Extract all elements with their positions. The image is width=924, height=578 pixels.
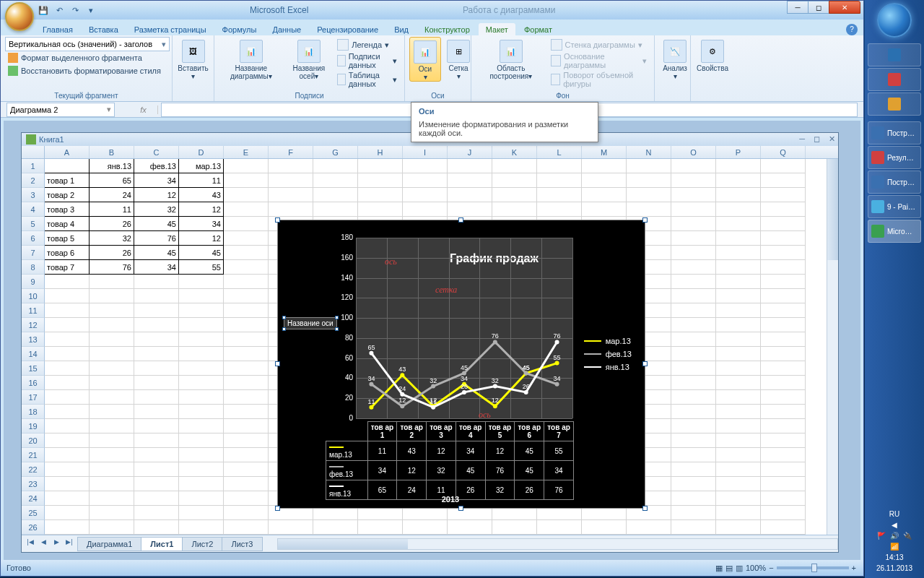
- cell[interactable]: [716, 491, 761, 506]
- cell[interactable]: [224, 246, 269, 260]
- tab-design[interactable]: Конструктор: [417, 23, 477, 35]
- cell[interactable]: [537, 173, 582, 188]
- analysis-button[interactable]: 📉Анализ▾: [659, 37, 691, 80]
- cell[interactable]: [90, 390, 134, 405]
- cell[interactable]: [582, 159, 627, 173]
- cell[interactable]: [313, 202, 358, 217]
- row-header[interactable]: 10: [22, 289, 45, 303]
- cell[interactable]: [224, 289, 269, 303]
- cell[interactable]: 26: [90, 246, 134, 260]
- cell[interactable]: [134, 332, 179, 347]
- tray-expand-icon[interactable]: ◀: [892, 521, 897, 529]
- cell[interactable]: [671, 477, 716, 491]
- tab-data[interactable]: Данные: [265, 23, 308, 35]
- axis-title-placeholder[interactable]: Название оси: [284, 317, 337, 329]
- zoom-control[interactable]: ▦ ▤ ▥ 100% − +: [715, 564, 856, 573]
- column-header[interactable]: A: [45, 146, 90, 158]
- cell[interactable]: [45, 462, 90, 477]
- cell[interactable]: товар 5: [45, 231, 90, 246]
- cell[interactable]: [761, 332, 806, 347]
- cell[interactable]: [761, 448, 806, 462]
- cell[interactable]: [761, 462, 806, 477]
- cell[interactable]: [761, 506, 806, 520]
- cell[interactable]: [224, 506, 269, 520]
- clock-time[interactable]: 14:13: [885, 553, 903, 561]
- cell[interactable]: [761, 231, 806, 246]
- last-sheet-button[interactable]: ▶|: [64, 538, 75, 550]
- cell[interactable]: 12: [179, 231, 224, 246]
- cell[interactable]: [179, 347, 224, 361]
- maximize-button[interactable]: ◻: [808, 1, 829, 14]
- cell[interactable]: [671, 303, 716, 318]
- cell[interactable]: 11: [179, 173, 224, 188]
- cell[interactable]: [134, 275, 179, 289]
- cell[interactable]: [671, 347, 716, 361]
- cell[interactable]: [90, 491, 134, 506]
- cell[interactable]: [627, 202, 671, 217]
- cell[interactable]: 55: [179, 260, 224, 275]
- cell[interactable]: [716, 332, 761, 347]
- gridlines-button[interactable]: ⊞Сетка▾: [443, 37, 474, 80]
- rotation-button[interactable]: Поворот объемной фигуры: [548, 70, 650, 89]
- resize-handle[interactable]: [275, 506, 280, 511]
- horizontal-scrollbar[interactable]: [277, 538, 839, 550]
- row-header[interactable]: 26: [22, 520, 45, 535]
- sheet-tab[interactable]: Лист1: [141, 537, 183, 551]
- row-header[interactable]: 4: [22, 202, 45, 217]
- cell[interactable]: [403, 520, 448, 535]
- row-header[interactable]: 11: [22, 303, 45, 318]
- cell[interactable]: [269, 202, 313, 217]
- cell[interactable]: [627, 188, 671, 202]
- tab-formulas[interactable]: Формулы: [215, 23, 264, 35]
- cell[interactable]: 32: [90, 231, 134, 246]
- cell[interactable]: [179, 361, 224, 376]
- row-header[interactable]: 17: [22, 390, 45, 405]
- wb-restore[interactable]: ◻: [814, 134, 820, 144]
- cell[interactable]: [358, 188, 403, 202]
- cell[interactable]: [716, 477, 761, 491]
- reset-style-button[interactable]: Восстановить форматирование стиля: [5, 64, 170, 77]
- cell[interactable]: [179, 462, 224, 477]
- cell[interactable]: [224, 390, 269, 405]
- cell[interactable]: [90, 332, 134, 347]
- cell[interactable]: [403, 173, 448, 188]
- help-button[interactable]: ?: [846, 24, 858, 35]
- cell[interactable]: [90, 361, 134, 376]
- cell[interactable]: [179, 332, 224, 347]
- cell[interactable]: [716, 318, 761, 332]
- plot-area-button[interactable]: 📊Область построения▾: [476, 37, 546, 80]
- zoom-in-button[interactable]: +: [852, 564, 856, 572]
- cell[interactable]: [224, 491, 269, 506]
- tab-page-layout[interactable]: Разметка страницы: [127, 23, 214, 35]
- cell[interactable]: [45, 506, 90, 520]
- cell[interactable]: [224, 520, 269, 535]
- taskbar-item[interactable]: Постр…: [868, 171, 921, 194]
- cell[interactable]: [761, 318, 806, 332]
- cell[interactable]: [537, 520, 582, 535]
- cell[interactable]: [313, 520, 358, 535]
- cell[interactable]: [627, 173, 671, 188]
- cell[interactable]: [448, 202, 492, 217]
- cell[interactable]: 76: [134, 231, 179, 246]
- cell[interactable]: [716, 217, 761, 231]
- cell[interactable]: [134, 477, 179, 491]
- cell[interactable]: [90, 289, 134, 303]
- cell[interactable]: [492, 520, 537, 535]
- cell[interactable]: 12: [134, 188, 179, 202]
- cell[interactable]: [627, 159, 671, 173]
- cell[interactable]: [761, 434, 806, 448]
- cell[interactable]: [761, 491, 806, 506]
- cell[interactable]: [627, 520, 671, 535]
- cell[interactable]: [761, 246, 806, 260]
- cell[interactable]: [671, 419, 716, 434]
- cell[interactable]: [716, 231, 761, 246]
- undo-icon[interactable]: ↶: [53, 4, 66, 17]
- cell[interactable]: [448, 188, 492, 202]
- cell[interactable]: [537, 188, 582, 202]
- cell[interactable]: [671, 217, 716, 231]
- first-sheet-button[interactable]: |◀: [25, 538, 36, 550]
- resize-handle[interactable]: [458, 217, 463, 223]
- minimize-button[interactable]: ─: [787, 1, 808, 14]
- cell[interactable]: [45, 159, 90, 173]
- select-all-corner[interactable]: [22, 146, 45, 158]
